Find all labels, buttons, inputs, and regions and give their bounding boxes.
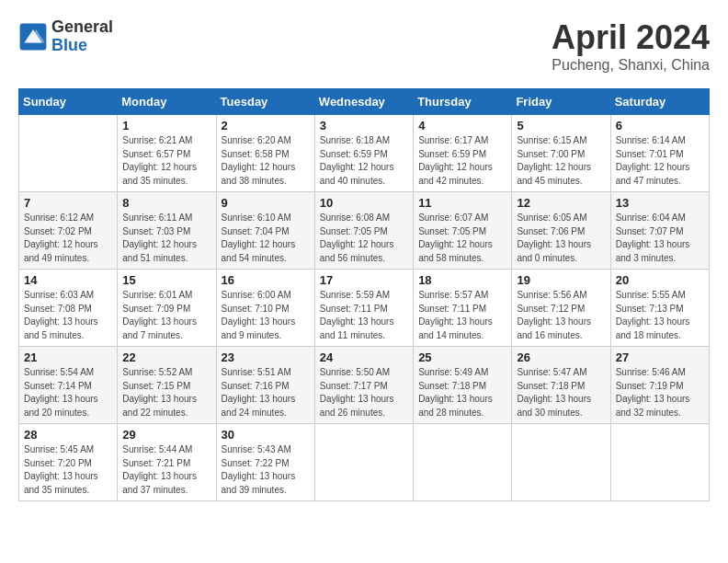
day-info: Sunrise: 6:17 AM Sunset: 6:59 PM Dayligh… <box>418 134 506 188</box>
calendar-cell: 18Sunrise: 5:57 AM Sunset: 7:11 PM Dayli… <box>414 270 512 347</box>
day-info: Sunrise: 6:18 AM Sunset: 6:59 PM Dayligh… <box>320 134 408 188</box>
day-number: 29 <box>122 428 210 442</box>
logo-general-text: General <box>51 18 113 37</box>
calendar-header-wednesday: Wednesday <box>314 89 413 115</box>
day-number: 28 <box>24 428 112 442</box>
calendar-cell: 3Sunrise: 6:18 AM Sunset: 6:59 PM Daylig… <box>314 115 413 192</box>
day-number: 4 <box>418 119 506 132</box>
calendar-week-row: 1Sunrise: 6:21 AM Sunset: 6:57 PM Daylig… <box>19 115 710 192</box>
day-info: Sunrise: 5:43 AM Sunset: 7:22 PM Dayligh… <box>222 443 310 497</box>
logo-icon <box>18 22 48 52</box>
calendar-week-row: 7Sunrise: 6:12 AM Sunset: 7:02 PM Daylig… <box>19 192 710 270</box>
day-number: 13 <box>616 196 704 210</box>
calendar-table: SundayMondayTuesdayWednesdayThursdayFrid… <box>18 88 710 501</box>
day-info: Sunrise: 5:47 AM Sunset: 7:18 PM Dayligh… <box>517 366 605 419</box>
day-number: 19 <box>517 273 605 287</box>
title-area: April 2024 Pucheng, Shanxi, China <box>552 18 710 74</box>
day-number: 25 <box>418 350 506 364</box>
day-info: Sunrise: 6:14 AM Sunset: 7:01 PM Dayligh… <box>616 134 704 188</box>
day-number: 11 <box>418 196 506 210</box>
day-info: Sunrise: 5:52 AM Sunset: 7:15 PM Dayligh… <box>122 366 210 419</box>
calendar-cell <box>512 424 610 501</box>
calendar-cell: 1Sunrise: 6:21 AM Sunset: 6:57 PM Daylig… <box>118 115 216 192</box>
day-number: 21 <box>24 350 112 364</box>
calendar-header-saturday: Saturday <box>610 89 709 115</box>
day-info: Sunrise: 6:05 AM Sunset: 7:06 PM Dayligh… <box>517 212 605 265</box>
logo: General Blue <box>18 18 113 55</box>
calendar-header-monday: Monday <box>118 89 216 115</box>
calendar-cell: 23Sunrise: 5:51 AM Sunset: 7:16 PM Dayli… <box>216 347 314 424</box>
calendar-cell: 8Sunrise: 6:11 AM Sunset: 7:03 PM Daylig… <box>118 192 216 270</box>
calendar-cell: 16Sunrise: 6:00 AM Sunset: 7:10 PM Dayli… <box>216 270 314 347</box>
location: Pucheng, Shanxi, China <box>552 57 710 74</box>
calendar-cell: 22Sunrise: 5:52 AM Sunset: 7:15 PM Dayli… <box>118 347 216 424</box>
day-number: 14 <box>24 273 112 287</box>
calendar-header-thursday: Thursday <box>414 89 512 115</box>
calendar-header-friday: Friday <box>512 89 610 115</box>
day-info: Sunrise: 5:55 AM Sunset: 7:13 PM Dayligh… <box>616 289 704 342</box>
calendar-cell: 14Sunrise: 6:03 AM Sunset: 7:08 PM Dayli… <box>19 270 118 347</box>
calendar-cell: 19Sunrise: 5:56 AM Sunset: 7:12 PM Dayli… <box>512 270 610 347</box>
day-info: Sunrise: 6:15 AM Sunset: 7:00 PM Dayligh… <box>517 134 605 188</box>
day-number: 23 <box>222 350 310 364</box>
day-number: 30 <box>222 428 310 442</box>
calendar-cell <box>610 424 709 501</box>
day-number: 10 <box>320 196 408 210</box>
day-info: Sunrise: 6:01 AM Sunset: 7:09 PM Dayligh… <box>122 289 210 342</box>
day-number: 8 <box>122 196 210 210</box>
day-info: Sunrise: 6:20 AM Sunset: 6:58 PM Dayligh… <box>222 134 310 188</box>
calendar-cell: 4Sunrise: 6:17 AM Sunset: 6:59 PM Daylig… <box>414 115 512 192</box>
calendar-cell: 11Sunrise: 6:07 AM Sunset: 7:05 PM Dayli… <box>414 192 512 270</box>
day-number: 16 <box>222 273 310 287</box>
calendar-cell: 10Sunrise: 6:08 AM Sunset: 7:05 PM Dayli… <box>314 192 413 270</box>
calendar-cell: 6Sunrise: 6:14 AM Sunset: 7:01 PM Daylig… <box>610 115 709 192</box>
calendar-cell: 25Sunrise: 5:49 AM Sunset: 7:18 PM Dayli… <box>414 347 512 424</box>
calendar-cell: 13Sunrise: 6:04 AM Sunset: 7:07 PM Dayli… <box>610 192 709 270</box>
calendar-cell: 24Sunrise: 5:50 AM Sunset: 7:17 PM Dayli… <box>314 347 413 424</box>
day-info: Sunrise: 5:59 AM Sunset: 7:11 PM Dayligh… <box>320 289 408 342</box>
day-number: 20 <box>616 273 704 287</box>
calendar-cell: 17Sunrise: 5:59 AM Sunset: 7:11 PM Dayli… <box>314 270 413 347</box>
calendar-cell: 30Sunrise: 5:43 AM Sunset: 7:22 PM Dayli… <box>216 424 314 501</box>
calendar-header-tuesday: Tuesday <box>216 89 314 115</box>
calendar-week-row: 21Sunrise: 5:54 AM Sunset: 7:14 PM Dayli… <box>19 347 710 424</box>
page-header: General Blue April 2024 Pucheng, Shanxi,… <box>18 18 710 74</box>
day-info: Sunrise: 5:50 AM Sunset: 7:17 PM Dayligh… <box>320 366 408 419</box>
calendar-cell: 27Sunrise: 5:46 AM Sunset: 7:19 PM Dayli… <box>610 347 709 424</box>
day-info: Sunrise: 5:45 AM Sunset: 7:20 PM Dayligh… <box>24 443 112 497</box>
day-number: 26 <box>517 350 605 364</box>
day-number: 22 <box>122 350 210 364</box>
day-number: 15 <box>122 273 210 287</box>
calendar-cell: 28Sunrise: 5:45 AM Sunset: 7:20 PM Dayli… <box>19 424 118 501</box>
calendar-header-sunday: Sunday <box>19 89 118 115</box>
calendar-cell <box>19 115 118 192</box>
logo-text: General Blue <box>51 18 113 55</box>
calendar-cell <box>314 424 413 501</box>
day-number: 12 <box>517 196 605 210</box>
calendar-cell: 7Sunrise: 6:12 AM Sunset: 7:02 PM Daylig… <box>19 192 118 270</box>
month-title: April 2024 <box>552 18 710 57</box>
day-info: Sunrise: 5:46 AM Sunset: 7:19 PM Dayligh… <box>616 366 704 419</box>
day-info: Sunrise: 6:12 AM Sunset: 7:02 PM Dayligh… <box>24 212 112 265</box>
day-info: Sunrise: 6:21 AM Sunset: 6:57 PM Dayligh… <box>122 134 210 188</box>
day-info: Sunrise: 6:03 AM Sunset: 7:08 PM Dayligh… <box>24 289 112 342</box>
day-number: 2 <box>222 119 310 132</box>
day-number: 27 <box>616 350 704 364</box>
day-number: 5 <box>517 119 605 132</box>
calendar-cell <box>414 424 512 501</box>
calendar-week-row: 14Sunrise: 6:03 AM Sunset: 7:08 PM Dayli… <box>19 270 710 347</box>
calendar-cell: 12Sunrise: 6:05 AM Sunset: 7:06 PM Dayli… <box>512 192 610 270</box>
calendar-cell: 15Sunrise: 6:01 AM Sunset: 7:09 PM Dayli… <box>118 270 216 347</box>
day-info: Sunrise: 5:49 AM Sunset: 7:18 PM Dayligh… <box>418 366 506 419</box>
day-info: Sunrise: 5:51 AM Sunset: 7:16 PM Dayligh… <box>222 366 310 419</box>
calendar-cell: 5Sunrise: 6:15 AM Sunset: 7:00 PM Daylig… <box>512 115 610 192</box>
calendar-cell: 20Sunrise: 5:55 AM Sunset: 7:13 PM Dayli… <box>610 270 709 347</box>
day-number: 18 <box>418 273 506 287</box>
day-info: Sunrise: 5:56 AM Sunset: 7:12 PM Dayligh… <box>517 289 605 342</box>
day-info: Sunrise: 6:11 AM Sunset: 7:03 PM Dayligh… <box>122 212 210 265</box>
calendar-week-row: 28Sunrise: 5:45 AM Sunset: 7:20 PM Dayli… <box>19 424 710 501</box>
day-number: 17 <box>320 273 408 287</box>
day-number: 6 <box>616 119 704 132</box>
day-info: Sunrise: 5:44 AM Sunset: 7:21 PM Dayligh… <box>122 443 210 497</box>
calendar-cell: 9Sunrise: 6:10 AM Sunset: 7:04 PM Daylig… <box>216 192 314 270</box>
